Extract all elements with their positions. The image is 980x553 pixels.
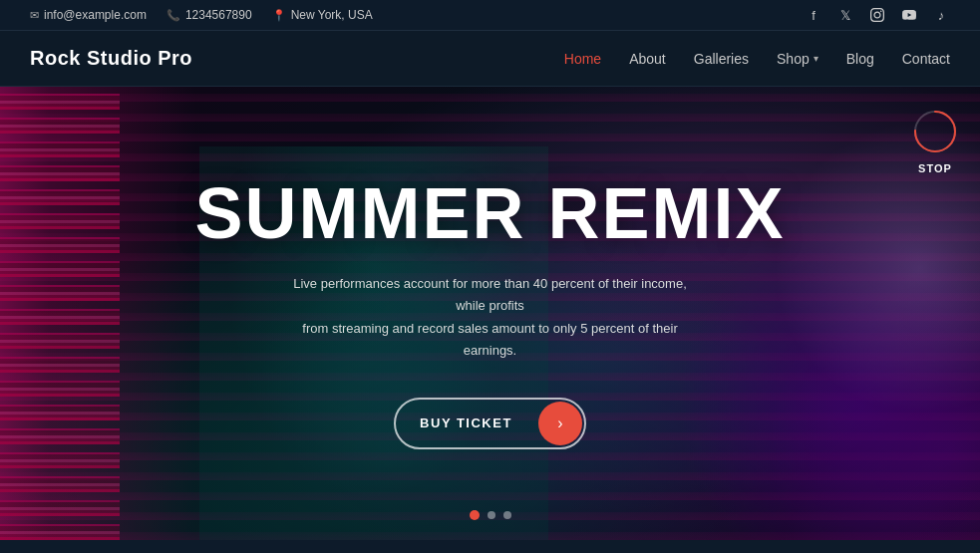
nav-links: Home About Galleries Shop ▾ Blog Contact xyxy=(564,51,950,67)
phone-icon: 📞 xyxy=(166,9,180,22)
youtube-icon[interactable] xyxy=(900,6,918,24)
top-bar-contacts: ✉ info@example.com 📞 1234567890 📍 New Yo… xyxy=(30,8,373,22)
nav-about[interactable]: About xyxy=(629,51,666,67)
nav-home[interactable]: Home xyxy=(564,51,601,67)
hero-section: ▮▮ Stop SUMMER REMIX Live performances a… xyxy=(0,87,980,540)
email-contact: ✉ info@example.com xyxy=(30,8,147,22)
facebook-icon[interactable]: f xyxy=(805,6,822,24)
buy-ticket-arrow-icon: › xyxy=(538,402,582,445)
location-contact: 📍 New York, USA xyxy=(272,8,373,22)
email-text: info@example.com xyxy=(44,8,147,22)
buy-ticket-label: BUY TICKET xyxy=(396,404,536,442)
social-links: f 𝕏 ♪ xyxy=(805,6,950,24)
cta-button-wrapper: BUY TICKET › xyxy=(394,398,586,449)
location-icon: 📍 xyxy=(272,9,286,22)
shop-dropdown-arrow: ▾ xyxy=(814,53,818,64)
hero-content: SUMMER REMIX Live performances account f… xyxy=(0,87,980,540)
navbar: Rock Studio Pro Home About Galleries Sho… xyxy=(0,31,980,87)
slide-dot-3[interactable] xyxy=(503,511,511,519)
tiktok-icon[interactable]: ♪ xyxy=(932,6,950,24)
email-icon: ✉ xyxy=(30,9,39,22)
top-bar: ✉ info@example.com 📞 1234567890 📍 New Yo… xyxy=(0,0,980,31)
slide-dot-2[interactable] xyxy=(488,511,495,519)
phone-contact: 📞 1234567890 xyxy=(166,8,252,22)
nav-contact[interactable]: Contact xyxy=(902,51,950,67)
slide-indicators xyxy=(470,510,511,520)
phone-text: 1234567890 xyxy=(185,8,252,22)
hero-subtitle: Live performances account for more than … xyxy=(281,273,700,361)
nav-blog[interactable]: Blog xyxy=(846,51,874,67)
nav-shop[interactable]: Shop ▾ xyxy=(777,51,818,67)
buy-ticket-button[interactable]: BUY TICKET › xyxy=(394,398,586,449)
twitter-icon[interactable]: 𝕏 xyxy=(836,6,854,24)
slide-dot-1[interactable] xyxy=(470,510,480,520)
instagram-icon[interactable] xyxy=(868,6,886,24)
nav-galleries[interactable]: Galleries xyxy=(694,51,749,67)
site-logo[interactable]: Rock Studio Pro xyxy=(30,47,192,70)
location-text: New York, USA xyxy=(291,8,373,22)
hero-title: SUMMER REMIX xyxy=(194,177,785,249)
